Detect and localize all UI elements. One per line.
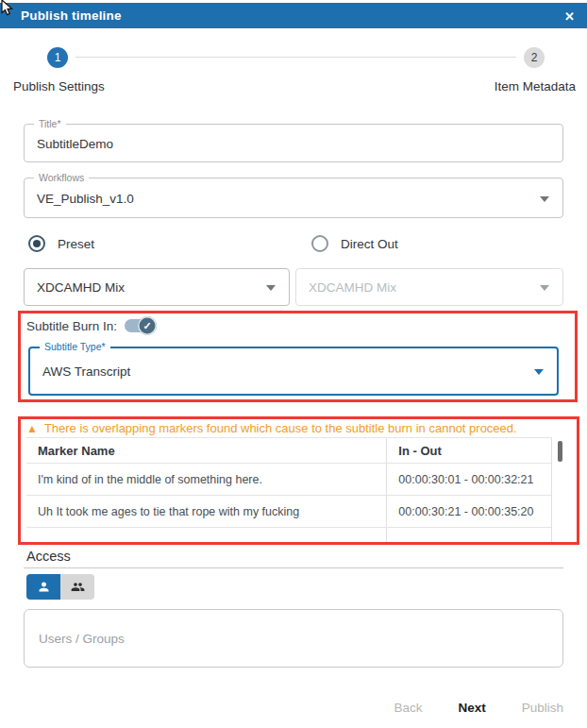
access-type-segmented-control [26, 574, 94, 600]
subtitle-type-value: AWS Transcript [42, 364, 130, 379]
subtitle-burn-in-toggle[interactable]: ✓ [125, 319, 153, 332]
subtitle-burn-in-label: Subtitle Burn In: [26, 319, 117, 333]
warning-icon: ▲ [26, 423, 38, 434]
dialog-title: Publish timeline [21, 8, 122, 23]
radio-direct-out[interactable]: Direct Out [311, 235, 398, 252]
access-divider [24, 567, 563, 568]
column-header-in-out: In - Out [386, 438, 551, 463]
column-header-marker-name: Marker Name [26, 438, 386, 463]
publish-button: Publish [522, 701, 563, 715]
toggle-check-icon: ✓ [138, 316, 157, 335]
users-toggle-button[interactable] [26, 574, 60, 600]
radio-unselected-icon [311, 235, 328, 252]
dialog-titlebar: Publish timeline ✕ [0, 3, 587, 28]
radio-selected-icon [28, 235, 45, 252]
group-icon [71, 580, 85, 594]
warning-text: There is overlapping markers found which… [44, 421, 517, 435]
table-scrollbar-thumb[interactable] [558, 441, 562, 462]
radio-direct-out-label: Direct Out [341, 237, 398, 251]
title-field-label: Title* [34, 118, 66, 130]
step-2-label: Item Metadata [495, 79, 576, 93]
step-1-label: Publish Settings [13, 79, 105, 93]
chevron-down-icon [534, 369, 544, 375]
in-out-cell: 00:00:30:21 - 00:00:35:20 [386, 496, 551, 527]
mouse-cursor [1, 0, 14, 17]
back-button: Back [394, 701, 422, 715]
stepper-connector [75, 57, 516, 58]
title-field[interactable]: Title* SubtitleDemo [24, 124, 563, 162]
chevron-down-icon [540, 196, 549, 202]
preset-select[interactable]: XDCAMHD Mix [24, 268, 290, 306]
groups-toggle-button[interactable] [60, 574, 94, 600]
radio-preset[interactable]: Preset [28, 235, 94, 252]
markers-table: Marker Name In - Out I'm kind of in the … [26, 437, 552, 542]
marker-name-cell [26, 528, 386, 542]
table-row: I'm kind of in the middle of something h… [26, 464, 551, 496]
publish-timeline-dialog: Publish timeline ✕ 1 2 Publish Settings … [0, 0, 587, 728]
marker-name-cell: Uh It took me ages to tie that rope with… [26, 496, 386, 527]
stepper-step-1[interactable]: 1 [47, 47, 68, 68]
radio-preset-label: Preset [58, 237, 94, 251]
next-button[interactable]: Next [458, 701, 485, 715]
chevron-down-icon [540, 285, 549, 291]
in-out-cell: 00:00:30:01 - 00:00:32:21 [386, 464, 551, 495]
chevron-down-icon [266, 285, 276, 291]
step-2-number: 2 [531, 51, 538, 64]
users-groups-input[interactable]: Users / Groups [24, 609, 563, 668]
workflows-value: VE_Publish_v1.0 [37, 191, 134, 205]
in-out-cell [386, 528, 551, 542]
workflows-label: Workflows [34, 172, 89, 184]
users-groups-placeholder: Users / Groups [39, 632, 125, 646]
user-icon [37, 580, 51, 594]
direct-out-select-disabled: XDCAMHD Mix [295, 268, 563, 306]
access-heading: Access [26, 549, 71, 564]
step-1-number: 1 [55, 51, 61, 64]
table-row-partial [26, 528, 551, 542]
subtitle-type-label: Subtitle Type* [40, 341, 110, 353]
stepper-step-2[interactable]: 2 [524, 47, 545, 68]
workflows-select[interactable]: Workflows VE_Publish_v1.0 [24, 178, 563, 218]
title-field-value: SubtitleDemo [37, 136, 113, 150]
preset-select-value: XDCAMHD Mix [37, 280, 125, 295]
marker-name-cell: I'm kind of in the middle of something h… [26, 464, 386, 495]
overlap-warning: ▲ There is overlapping markers found whi… [26, 421, 517, 435]
table-row: Uh It took me ages to tie that rope with… [26, 496, 551, 528]
subtitle-type-select[interactable]: Subtitle Type* AWS Transcript [28, 347, 559, 396]
table-header-row: Marker Name In - Out [26, 438, 551, 464]
dialog-footer: Back Next Publish [394, 701, 563, 715]
direct-out-select-value: XDCAMHD Mix [309, 280, 396, 295]
close-icon[interactable]: ✕ [564, 9, 575, 22]
subtitle-burn-in-row: Subtitle Burn In: ✓ [26, 316, 153, 335]
